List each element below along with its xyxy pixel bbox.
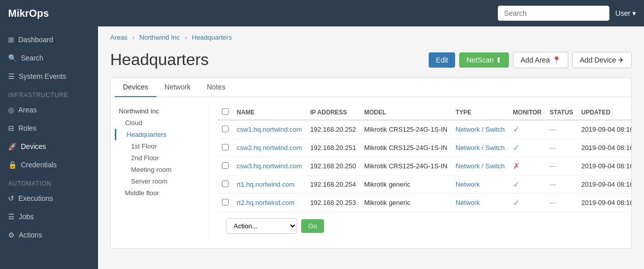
sidebar-item-search[interactable]: 🔍 Search (0, 49, 98, 67)
td-monitor-2: ✗ (509, 157, 545, 175)
search-input[interactable] (498, 6, 609, 21)
td-status-1: — (545, 139, 577, 157)
td-updated-1: 2019-09-04 08:16 (577, 139, 631, 157)
tree-item-headquarters[interactable]: Headquarters (115, 129, 205, 140)
go-button[interactable]: Go (301, 219, 324, 233)
add-area-button[interactable]: Add Area 📍 (513, 52, 568, 68)
user-menu[interactable]: User ▾ (616, 9, 636, 17)
breadcrumb: Areas › Northwind Inc › Headquarters (98, 26, 644, 46)
navbar-right: User ▾ (498, 6, 636, 21)
td-type-2: Network / Switch (452, 157, 509, 175)
executions-icon: ↺ (8, 194, 14, 202)
tree-item-middle-floor[interactable]: Middle floor (115, 187, 205, 199)
tree-item-meeting-room[interactable]: Meeting room (115, 164, 205, 175)
sidebar-item-system-events[interactable]: ☰ System Events (0, 67, 98, 85)
device-link-1[interactable]: csw2.hq.nortwind.com (237, 144, 302, 152)
sidebar-label-actions: Actions (19, 231, 42, 239)
check-green-icon: ✓ (513, 180, 520, 189)
row-checkbox-2[interactable] (222, 162, 229, 169)
breadcrumb-northwind[interactable]: Northwind Inc (140, 34, 180, 41)
sidebar-item-executions[interactable]: ↺ Executions (0, 189, 98, 207)
td-name-4: rt2.hq.nortwind.com (233, 194, 306, 212)
sidebar-label-dashboard: Dashboard (18, 36, 53, 44)
td-type-1: Network / Switch (452, 139, 509, 157)
areas-icon: ◎ (8, 106, 14, 114)
page-title: Headquarters (110, 50, 209, 69)
device-link-3[interactable]: rt1.hq.nortwind.com (237, 181, 295, 188)
device-link-4[interactable]: rt2.hq.nortwind.com (237, 199, 295, 206)
device-link-2[interactable]: csw3.hq.nortwind.com (237, 162, 302, 170)
th-ip: IP ADDRESS (306, 105, 360, 120)
th-model: MODEL (360, 105, 452, 120)
breadcrumb-areas[interactable]: Areas (110, 34, 127, 41)
th-checkbox (218, 105, 233, 120)
add-device-button[interactable]: Add Device ✈ (572, 52, 632, 68)
row-checkbox-4[interactable] (222, 199, 229, 205)
edit-button[interactable]: Edit (429, 52, 455, 68)
row-checkbox-0[interactable] (222, 126, 229, 132)
table-row: csw1.hq.nortwind.com192.168.20.252Mikrot… (218, 120, 631, 139)
sidebar-item-areas[interactable]: ◎ Areas (0, 101, 98, 119)
tree-item-2nd-floor[interactable]: 2nd Floor (115, 152, 205, 164)
page-actions: Edit NetScan ⬆ Add Area 📍 Add Device ✈ (429, 52, 632, 68)
check-green-icon: ✓ (513, 125, 520, 134)
sidebar-item-jobs[interactable]: ☰ Jobs (0, 207, 98, 226)
sidebar-section-infrastructure: Infrastructure (0, 85, 98, 101)
sidebar-item-roles[interactable]: ⊟ Roles (0, 119, 98, 137)
main-content: Areas › Northwind Inc › Headquarters Hea… (98, 26, 644, 269)
td-updated-0: 2019-09-04 08:16 (577, 120, 631, 139)
devices-table: NAME IP ADDRESS MODEL TYPE MONITOR STATU… (218, 105, 631, 212)
dashboard-icon: ⊞ (8, 36, 14, 44)
app-brand: MikrOps (8, 8, 49, 19)
roles-icon: ⊟ (8, 124, 14, 132)
td-type-4: Network (452, 194, 509, 212)
sidebar-item-actions[interactable]: ⚙ Actions (0, 226, 98, 244)
td-status-4: — (545, 194, 577, 212)
td-model-3: Mikrotik generic (360, 175, 452, 194)
page-header: Headquarters Edit NetScan ⬆ Add Area 📍 A… (98, 46, 644, 77)
netscan-button[interactable]: NetScan ⬆ (459, 52, 509, 68)
table-area: NAME IP ADDRESS MODEL TYPE MONITOR STATU… (210, 105, 631, 240)
row-checkbox-1[interactable] (222, 144, 229, 151)
sidebar-item-dashboard[interactable]: ⊞ Dashboard (0, 31, 98, 49)
tree-item-server-room[interactable]: Server room (115, 175, 205, 187)
table-row: csw3.hq.nortwind.com192.168.20.250Mikrot… (218, 157, 631, 175)
breadcrumb-headquarters[interactable]: Headquarters (192, 34, 232, 41)
td-ip-3: 192.168.20.254 (306, 175, 360, 194)
main-card: Devices Network Notes Northwind Inc Clou… (110, 77, 632, 249)
th-updated: UPDATED (577, 105, 631, 120)
th-name: NAME (233, 105, 306, 120)
td-monitor-4: ✓ (509, 194, 545, 212)
td-monitor-3: ✓ (509, 175, 545, 194)
check-red-icon: ✗ (513, 162, 520, 170)
tab-devices[interactable]: Devices (115, 78, 156, 97)
check-green-icon: ✓ (513, 198, 520, 207)
sidebar-label-search: Search (21, 54, 43, 62)
table-row: csw2.hq.nortwind.com192.168.20.251Mikrot… (218, 139, 631, 157)
td-status-2: — (545, 157, 577, 175)
action-select[interactable]: Action... (226, 218, 297, 234)
td-name-2: csw3.hq.nortwind.com (233, 157, 306, 175)
sidebar-label-executions: Executions (18, 194, 53, 202)
td-updated-3: 2019-09-04 08:16 (577, 175, 631, 194)
tree-item-cloud[interactable]: Cloud (115, 117, 205, 129)
table-row: rt1.hq.nortwind.com192.168.20.254Mikroti… (218, 175, 631, 194)
td-status-0: — (545, 120, 577, 139)
td-ip-4: 192.168.20.253 (306, 194, 360, 212)
td-model-1: Mikrotik CRS125-24G-1S-IN (360, 139, 452, 157)
tree-item-northwind[interactable]: Northwind Inc (115, 105, 205, 117)
tree-panel: Northwind Inc Cloud Headquarters 1st Flo… (111, 105, 210, 240)
sidebar-item-credentials[interactable]: 🔒 Credentials (0, 156, 98, 174)
td-name-3: rt1.hq.nortwind.com (233, 175, 306, 194)
tab-notes[interactable]: Notes (199, 78, 234, 97)
list-icon: ☰ (8, 72, 15, 80)
select-all-checkbox[interactable] (222, 108, 229, 115)
tab-network[interactable]: Network (156, 78, 199, 97)
td-type-3: Network (452, 175, 509, 194)
device-link-0[interactable]: csw1.hq.nortwind.com (237, 126, 302, 133)
sidebar-label-credentials: Credentials (21, 161, 57, 169)
row-checkbox-3[interactable] (222, 181, 229, 187)
tree-item-1st-floor[interactable]: 1st Floor (115, 140, 205, 152)
table-row: rt2.hq.nortwind.com192.168.20.253Mikroti… (218, 194, 631, 212)
sidebar-item-devices[interactable]: 🚀 Devices (0, 137, 98, 156)
